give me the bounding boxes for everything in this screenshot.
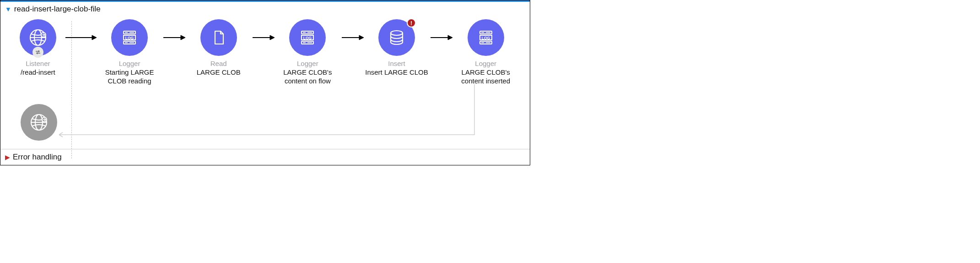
svg-text:LOG: LOG [481, 36, 490, 40]
error-badge-icon: ! [407, 18, 416, 27]
connector-arrow [162, 19, 185, 56]
logger-icon: LOG [289, 19, 326, 56]
node-logger-inserted[interactable]: LOG Logger LARGE CLOB's content inserted [452, 19, 519, 86]
node-response[interactable] [11, 104, 66, 141]
node-type-label: Insert [388, 60, 405, 67]
node-read[interactable]: Read LARGE CLOB [185, 19, 252, 77]
node-type-label: Read [210, 60, 227, 67]
logger-icon: LOG [468, 19, 504, 56]
connector-arrow [341, 19, 364, 56]
exchange-badge-icon [32, 47, 43, 58]
svg-marker-31 [448, 35, 452, 40]
node-name-label: LARGE CLOB's content inserted [452, 68, 519, 86]
svg-marker-18 [270, 35, 275, 40]
database-icon: ! [378, 19, 415, 56]
connector-arrow [65, 19, 97, 56]
node-logger-start[interactable]: LOG Logger Starting LARGE CLOB reading [97, 19, 163, 86]
svg-marker-16 [181, 35, 185, 40]
svg-point-29 [391, 31, 403, 35]
node-name-label: /read-insert [21, 68, 55, 77]
svg-text:LOG: LOG [303, 36, 312, 40]
node-type-label: Listener [26, 60, 50, 67]
node-type-label: Logger [475, 60, 496, 67]
node-listener[interactable]: Listener /read-insert [11, 19, 65, 77]
svg-text:LOG: LOG [125, 36, 134, 40]
node-name-label: Starting LARGE CLOB reading [97, 68, 163, 86]
svg-marker-5 [92, 35, 97, 40]
svg-marker-28 [359, 35, 364, 40]
error-handling-title: Error handling [13, 153, 62, 162]
response-icon [21, 104, 57, 141]
flow-top-row: Listener /read-insert LOG [11, 19, 519, 86]
listener-icon [20, 19, 56, 56]
flow-header[interactable]: ▼ read-insert-large-clob-file [0, 2, 530, 16]
flow-designer-canvas: ▼ read-insert-large-clob-file [0, 0, 530, 165]
node-type-label: Logger [119, 60, 140, 67]
collapse-toggle-icon[interactable]: ▼ [5, 6, 11, 12]
node-name-label: LARGE CLOB [197, 68, 241, 77]
file-icon [200, 19, 237, 56]
flow-title: read-insert-large-clob-file [14, 5, 101, 14]
node-name-label: Insert LARGE CLOB [365, 68, 428, 77]
node-type-label: Logger [297, 60, 318, 67]
expand-toggle-icon[interactable]: ▶ [5, 154, 10, 160]
connector-arrow [430, 19, 452, 56]
logger-icon: LOG [111, 19, 148, 56]
node-name-label: LARGE CLOB's content on flow [275, 68, 341, 86]
error-handling-header[interactable]: ▶ Error handling [0, 149, 530, 165]
flow-body: Listener /read-insert LOG [0, 16, 530, 149]
connector-arrow [252, 19, 275, 56]
flow-panel: ▼ read-insert-large-clob-file [0, 0, 530, 149]
flow-bottom-row [11, 104, 519, 141]
node-logger-flow[interactable]: LOG Logger LARGE CLOB's content on flow [275, 19, 341, 86]
node-insert[interactable]: ! Insert Insert LARGE CLOB [364, 19, 430, 77]
